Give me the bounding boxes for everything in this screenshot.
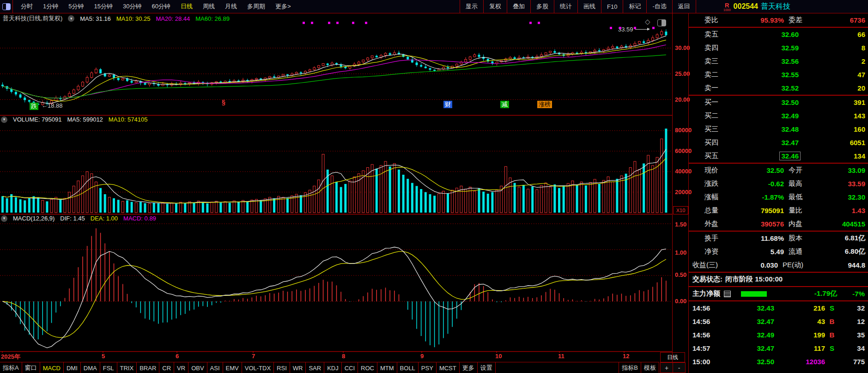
stock-code: 002544 [734,2,758,11]
indicator-tab-ASI[interactable]: ASI [207,362,223,373]
toolbar-button-叠加[interactable]: 叠加 [507,0,530,13]
indicator-tab-WR[interactable]: WR [290,362,306,373]
finance-badge[interactable]: 财 [443,101,452,108]
indicator-tab-MACD[interactable]: MACD [40,362,64,373]
toolbar-button-多股[interactable]: 多股 [530,0,554,13]
collapse-chevron-icon[interactable]: ▾ [1,215,7,222]
period-tab-60分钟[interactable]: 60分钟 [146,2,175,11]
period-tab-周线[interactable]: 周线 [198,2,220,11]
indicator-tab-指标A[interactable]: 指标A [0,362,22,373]
event-marker-dot [538,22,540,24]
toolbar-button-标记[interactable]: 标记 [623,0,646,13]
bid-row[interactable]: 买二32.49143 [689,109,868,122]
indicator-tab-BRAR[interactable]: BRAR [137,362,159,373]
main-force-label: 主力净额 [692,289,720,298]
list-icon[interactable] [724,291,731,297]
toolbar-button--自选[interactable]: -自选 [646,0,672,13]
indicator-tab-KDJ[interactable]: KDJ [324,362,342,373]
period-tab-5分钟[interactable]: 5分钟 [63,2,89,11]
tick-row[interactable]: 14:5632.49199B35 [689,328,868,342]
tick-row[interactable]: 14:5632.4743B12 [689,315,868,328]
main-force-bar [741,291,767,297]
toolbar-button-显示[interactable]: 显示 [460,0,483,13]
zoom-in-button[interactable]: + [660,362,673,373]
collapse-chevron-icon[interactable]: ▾ [68,15,74,22]
indicator-tab-DMI[interactable]: DMI [64,362,81,373]
tick-row[interactable]: 14:5632.43216S32 [689,301,868,315]
quote-panel: 委比 95.93% 委差 6736 卖五32.6066 卖四32.598 卖三3… [688,13,868,373]
ask-row[interactable]: 卖三32.562 [689,55,868,68]
tick-row[interactable]: 14:5732.47117S34 [689,342,868,355]
ask-row[interactable]: 卖一32.5220 [689,81,868,95]
main-chart[interactable] [0,13,673,353]
bid-row[interactable]: 买一32.50391 [689,96,868,109]
ask-row[interactable]: 卖二32.5547 [689,68,868,81]
indicator-tab-TRIX[interactable]: TRIX [117,362,137,373]
window-layout-icon[interactable] [2,3,11,10]
indicator-tab-SAR[interactable]: SAR [306,362,324,373]
period-tab-更多>[interactable]: 更多> [270,2,296,11]
reduce-badge[interactable]: 减 [500,101,509,108]
indicator-tab-更多[interactable]: 更多 [460,362,478,373]
indicator-tab-VR[interactable]: VR [174,362,188,373]
trading-status-row: 交易状态: 闭市阶段 15:00:00 [689,273,868,286]
split-window-icon[interactable] [657,19,666,26]
indicator-tab-ROC[interactable]: ROC [358,362,377,373]
period-indicator: 日线 [660,352,685,362]
ask-row[interactable]: 卖四32.598 [689,41,868,55]
date-label-5: 5 [102,353,105,360]
collapse-chevron-icon[interactable]: ▾ [1,116,7,123]
zoom-out-button[interactable]: - [673,362,686,373]
toolbar-button-F10[interactable]: F10 [601,0,623,13]
diamond-marker-icon[interactable]: ◇ [645,18,650,26]
bid-row-selected[interactable]: 买五32.46134 [689,149,868,163]
period-tab-月线[interactable]: 月线 [220,2,242,11]
indicator-tab-CCI[interactable]: CCI [342,362,358,373]
period-tabs: 分时1分钟5分钟15分钟30分钟60分钟日线周线月线多周期更多> [16,2,296,11]
toolbar-button-统计[interactable]: 统计 [554,0,577,13]
indicator-tab-MCST[interactable]: MCST [437,362,460,373]
main-force-row[interactable]: 主力净额 -1.79亿 -7% [689,287,868,300]
dif-value: DIF: 1.45 [60,215,85,222]
info-row: 收益(三)0.030PE(动)944.8 [689,258,868,272]
weicha-label: 委差 [784,16,813,24]
ask-row[interactable]: 卖五32.6066 [689,28,868,41]
toolbar-button-复权[interactable]: 复权 [483,0,507,13]
macd-header: ▾ MACD(12,26,9) DIF: 1.45 DEA: 1.00 MACD… [1,215,156,222]
bid-row[interactable]: 买三32.48160 [689,122,868,136]
indicator-tab-模板[interactable]: 模板 [641,362,659,373]
indicator-tab-MTM[interactable]: MTM [377,362,397,373]
indicator-tab-指标B[interactable]: 指标B [619,362,641,373]
weibi-value: 95.93% [731,16,784,24]
indicator-tab-DMA[interactable]: DMA [81,362,100,373]
indicator-tab-CR[interactable]: CR [159,362,174,373]
indicator-tab-BOLL[interactable]: BOLL [397,362,419,373]
trading-terminal: 分时1分钟5分钟15分钟30分钟60分钟日线周线月线多周期更多> 显示复权叠加多… [0,0,868,373]
period-tab-30分钟[interactable]: 30分钟 [118,2,146,11]
indicator-tab-FSL[interactable]: FSL [100,362,117,373]
gainers-badge[interactable]: 涨榜 [537,101,552,108]
detail-row: 涨幅-1.87%最低32.30 [689,190,868,204]
indicator-tab-EMV[interactable]: EMV [223,362,242,373]
period-tab-分时[interactable]: 分时 [16,2,38,11]
indicator-tab-RSI[interactable]: RSI [274,362,290,373]
bid-row[interactable]: 买四32.476051 [689,136,868,149]
indicator-tab-OBV[interactable]: OBV [188,362,207,373]
selected-price-box: 32.46 [779,152,801,160]
toolbar-button-画线[interactable]: 画线 [577,0,601,13]
period-tab-15分钟[interactable]: 15分钟 [89,2,117,11]
tick-row[interactable]: 15:0032.5012036775 [689,355,868,368]
date-label-12: 12 [623,353,629,360]
indicator-tab-VOL-TDX[interactable]: VOL-TDX [242,362,274,373]
period-tab-日线[interactable]: 日线 [176,2,198,11]
toolbar-button-返回[interactable]: 返回 [672,0,696,13]
macd-name: MACD(12,26,9) [13,215,55,222]
indicator-tab-PSY[interactable]: PSY [419,362,437,373]
event-marker-dot [328,22,330,24]
indicator-tab-设置[interactable]: 设置 [478,362,496,373]
period-tab-多周期[interactable]: 多周期 [242,2,270,11]
indicator-tab-窗口[interactable]: 窗口 [22,362,40,373]
weibi-label: 委比 [704,16,731,24]
info-row: 换手11.68%股本6.81亿 [689,232,868,245]
period-tab-1分钟[interactable]: 1分钟 [38,2,63,11]
